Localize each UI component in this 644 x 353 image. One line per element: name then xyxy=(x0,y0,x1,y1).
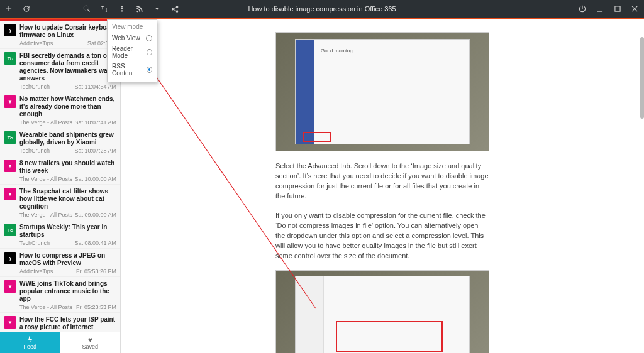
feed-source: The Verge - All Posts xyxy=(19,212,72,218)
source-favicon: ) xyxy=(4,24,16,36)
view-mode-webview[interactable]: Web View xyxy=(108,33,157,43)
feed-timestamp: Sat 08:00:41 AM xyxy=(74,240,116,246)
bottom-tabs: ϟ Feed ♥ Saved xyxy=(0,332,120,353)
source-favicon: ▼ xyxy=(4,188,16,200)
feed-list[interactable]: )How to update Corsair keyboard firmware… xyxy=(0,21,120,332)
feed-source: AddictiveTips xyxy=(19,40,53,46)
rss-icon[interactable] xyxy=(131,0,148,18)
feed-headline: Startups Weekly: This year in startups xyxy=(19,224,116,239)
add-button[interactable] xyxy=(0,0,18,18)
feed-source: The Verge - All Posts xyxy=(19,119,72,126)
sort-icon[interactable] xyxy=(96,0,113,18)
source-favicon: ▼ xyxy=(4,160,16,172)
source-favicon: ▼ xyxy=(4,316,16,329)
view-mode-menu: View mode Web View Reader Mode RSS Conte… xyxy=(107,19,157,82)
feed-timestamp: Sat 10:00:00 AM xyxy=(74,176,116,182)
scrollbar[interactable] xyxy=(640,37,644,119)
feed-timestamp: Sat 09:00:00 AM xyxy=(74,212,116,218)
heart-icon: ♥ xyxy=(88,336,92,344)
source-favicon: ▼ xyxy=(4,280,16,293)
feed-source: The Verge - All Posts xyxy=(19,304,72,310)
view-mode-webview-label: Web View xyxy=(112,35,140,41)
feed-headline: Wearable band shipments grew globally, d… xyxy=(19,131,116,146)
maximize-button[interactable] xyxy=(609,0,626,18)
article-content[interactable]: Good morning Select the Advanced tab. Sc… xyxy=(121,19,644,353)
feed-headline: How the FCC lets your ISP paint a rosy p… xyxy=(19,316,116,332)
feed-item[interactable]: TcFBI secretly demands a ton of consumer… xyxy=(0,49,120,92)
feed-headline: WWE joins TikTok and brings popular entr… xyxy=(19,280,116,303)
feed-item[interactable]: ▼8 new trailers you should watch this we… xyxy=(0,156,120,185)
article-image xyxy=(275,270,489,353)
tab-feed-label: Feed xyxy=(23,344,36,350)
source-favicon: Tc xyxy=(4,52,16,65)
feed-timestamp: Fri 05:23:53 PM xyxy=(76,304,116,310)
feed-source: AddictiveTips xyxy=(19,268,53,274)
rss-icon: ϟ xyxy=(28,336,33,344)
tab-feed[interactable]: ϟ Feed xyxy=(0,332,60,353)
feed-item[interactable]: ▼The Snapchat cat filter shows how littl… xyxy=(0,185,120,220)
source-favicon: Tc xyxy=(4,224,16,236)
more-icon[interactable] xyxy=(113,0,131,18)
chevron-down-icon[interactable] xyxy=(148,0,166,18)
feed-item[interactable]: ▼WWE joins TikTok and brings popular ent… xyxy=(0,277,120,313)
feed-headline: 8 new trailers you should watch this wee… xyxy=(19,160,116,175)
tab-saved[interactable]: ♥ Saved xyxy=(60,332,121,353)
tab-saved-label: Saved xyxy=(82,344,98,350)
feed-item[interactable]: TcWearable band shipments grew globally,… xyxy=(0,128,120,156)
feed-item[interactable]: )How to update Corsair keyboard firmware… xyxy=(0,21,120,49)
article-image: Good morning xyxy=(275,32,489,151)
feed-item[interactable]: )How to compress a JPEG on macOS with Pr… xyxy=(0,249,120,277)
feed-headline: FBI secretly demands a ton of consumer d… xyxy=(19,52,116,82)
sidebar: )How to update Corsair keyboard firmware… xyxy=(0,19,121,353)
view-mode-header: View mode xyxy=(108,22,157,33)
feed-item[interactable]: TcStartups Weekly: This year in startups… xyxy=(0,220,120,249)
source-favicon: ) xyxy=(4,252,16,264)
radio-icon xyxy=(146,35,152,41)
view-mode-reader[interactable]: Reader Mode xyxy=(108,43,157,61)
feed-source: The Verge - All Posts xyxy=(19,176,72,182)
source-favicon: ▼ xyxy=(4,95,16,108)
article-paragraph: Select the Advanced tab. Scroll down to … xyxy=(275,161,489,201)
close-button[interactable] xyxy=(626,0,644,18)
radio-icon xyxy=(147,49,152,55)
feed-source: TechCrunch xyxy=(19,84,50,90)
feed-headline: The Snapchat cat filter shows how little… xyxy=(19,188,116,210)
power-icon[interactable] xyxy=(574,0,591,18)
radio-icon xyxy=(147,67,152,73)
reload-button[interactable] xyxy=(18,0,35,18)
feed-timestamp: Sat 10:07:28 AM xyxy=(74,148,116,154)
search-icon[interactable] xyxy=(78,0,96,18)
minimize-button[interactable] xyxy=(591,0,609,18)
view-mode-rsscontent-label: RSS Content xyxy=(112,63,147,77)
view-mode-reader-label: Reader Mode xyxy=(112,45,147,59)
feed-headline: No matter how Watchmen ends, it's alread… xyxy=(19,95,116,118)
feed-timestamp: Sat 10:07:41 AM xyxy=(74,119,116,126)
feed-item[interactable]: ▼No matter how Watchmen ends, it's alrea… xyxy=(0,92,120,128)
feed-headline: How to compress a JPEG on macOS with Pre… xyxy=(19,252,116,267)
article-paragraph: If you only want to disable compression … xyxy=(275,210,489,261)
titlebar: How to disable image compression in Offi… xyxy=(0,0,644,18)
view-mode-rsscontent[interactable]: RSS Content xyxy=(108,61,157,79)
source-favicon: Tc xyxy=(4,131,16,144)
feed-timestamp: Sat 11:04:54 AM xyxy=(74,84,116,90)
feed-source: TechCrunch xyxy=(19,148,50,154)
share-icon[interactable] xyxy=(166,0,184,18)
feed-headline: How to update Corsair keyboard firmware … xyxy=(19,24,116,39)
feed-source: TechCrunch xyxy=(19,240,50,246)
feed-item[interactable]: ▼How the FCC lets your ISP paint a rosy … xyxy=(0,313,120,332)
feed-timestamp: Fri 05:53:26 PM xyxy=(76,268,116,274)
